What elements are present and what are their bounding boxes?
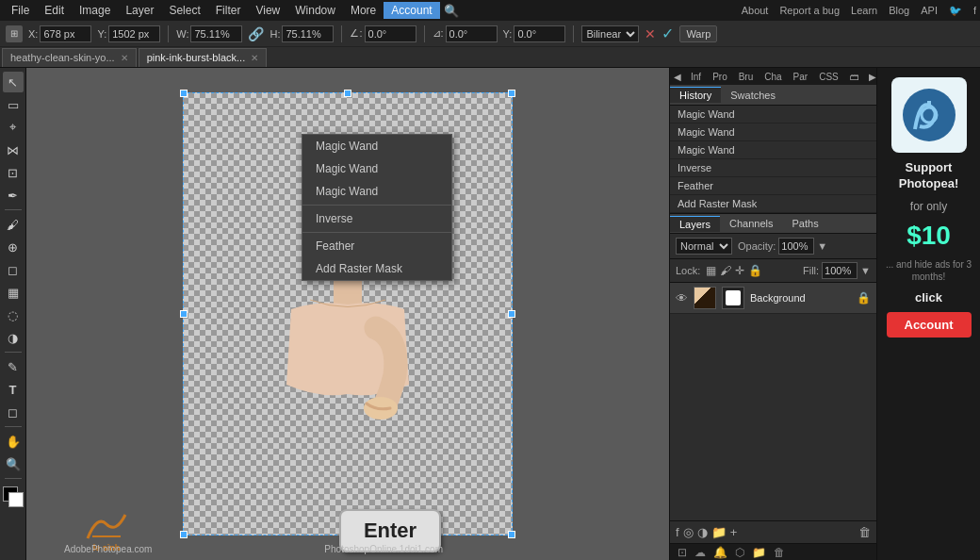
rp-mini-css[interactable]: CSS (813, 68, 844, 85)
layer-adjustment-icon[interactable]: ◑ (697, 525, 708, 539)
history-item-1[interactable]: Magic Wand (670, 124, 876, 141)
rp-mini-char[interactable]: Cha (759, 68, 787, 85)
rot-input[interactable] (365, 25, 416, 42)
bb-icon-1[interactable]: ⊡ (678, 546, 687, 559)
lock-paint-icon[interactable]: 🖌 (720, 264, 731, 277)
tab-channels[interactable]: Channels (720, 216, 782, 231)
layer-group-icon[interactable]: 📁 (711, 525, 727, 539)
tool-hand[interactable]: ✋ (3, 431, 24, 452)
ctx-magic-wand-1[interactable]: Magic Wand (302, 135, 451, 157)
h-input[interactable] (282, 25, 334, 42)
tool-move[interactable]: ↖ (3, 72, 24, 92)
tool-eyedropper[interactable]: ✒ (3, 185, 24, 206)
menu-edit[interactable]: Edit (37, 2, 72, 19)
ctx-magic-wand-3[interactable]: Magic Wand (302, 180, 451, 203)
tool-dodge[interactable]: ◑ (3, 327, 24, 348)
history-item-2[interactable]: Magic Wand (670, 141, 876, 159)
fill-arrow[interactable]: ▼ (860, 265, 871, 276)
lock-position-icon[interactable]: ✛ (735, 264, 744, 277)
color-fg[interactable] (3, 486, 24, 507)
history-item-0[interactable]: Magic Wand (670, 106, 876, 124)
tool-gradient[interactable]: ▦ (3, 282, 24, 303)
rp-mini-brushes[interactable]: Bru (733, 68, 760, 85)
rp-mini-props[interactable]: Pro (707, 68, 733, 85)
history-item-3[interactable]: Inverse (670, 159, 876, 177)
layer-mask-icon[interactable]: ◎ (683, 525, 694, 539)
layer-visibility-icon[interactable]: 👁 (676, 291, 688, 305)
tool-blur[interactable]: ◌ (3, 305, 24, 325)
y-input[interactable] (108, 25, 160, 42)
canvas-area[interactable]: le sinh Enter AdobePhotopea.com Photosho… (26, 68, 669, 560)
menu-view[interactable]: View (248, 2, 287, 19)
menu-filter[interactable]: Filter (208, 2, 249, 19)
fill-input[interactable] (822, 262, 858, 279)
hskew-input[interactable] (446, 25, 498, 42)
tool-magic-wand[interactable]: ⋈ (3, 140, 24, 160)
layer-new-icon[interactable]: + (730, 525, 738, 539)
bb-icon-6[interactable]: 🗑 (774, 546, 785, 559)
rp-arrow-left[interactable]: ◀ (670, 72, 685, 82)
bb-icon-2[interactable]: ☁ (694, 546, 706, 559)
tab-1[interactable]: pink-ink-burst-black... ✕ (139, 48, 268, 67)
menu-more[interactable]: More (343, 2, 384, 19)
tab-paths[interactable]: Paths (783, 216, 828, 231)
ctx-add-raster-mask[interactable]: Add Raster Mask (302, 257, 451, 280)
tool-stamp[interactable]: ⊕ (3, 237, 24, 257)
learn-link[interactable]: Learn (851, 5, 877, 16)
social-fb-icon[interactable]: f (973, 5, 976, 16)
bb-icon-4[interactable]: ⬡ (735, 546, 744, 559)
tool-lasso[interactable]: ⌖ (3, 117, 24, 138)
tool-eraser[interactable]: ◻ (3, 259, 24, 280)
layer-item-background[interactable]: 👁 Background 🔒 (670, 283, 876, 314)
tab-history[interactable]: History (670, 87, 721, 103)
confirm-transform-icon[interactable]: ✓ (662, 25, 674, 42)
ctx-inverse[interactable]: Inverse (302, 207, 451, 230)
report-bug-link[interactable]: Report a bug (779, 5, 840, 16)
bb-icon-3[interactable]: 🔔 (713, 546, 727, 559)
tool-shape[interactable]: ◻ (3, 402, 24, 422)
menu-image[interactable]: Image (72, 2, 118, 19)
cancel-transform-icon[interactable]: ✕ (645, 26, 656, 41)
tool-pen[interactable]: ✎ (3, 356, 24, 377)
tool-marquee[interactable]: ▭ (3, 94, 24, 115)
tab-1-close[interactable]: ✕ (251, 53, 258, 63)
ctx-feather[interactable]: Feather (302, 235, 451, 257)
layer-delete-icon[interactable]: 🗑 (858, 525, 871, 539)
about-link[interactable]: About (742, 5, 769, 16)
lock-all-icon[interactable]: 🔒 (748, 264, 762, 277)
rp-mini-info[interactable]: Inf (685, 68, 707, 85)
tab-swatches[interactable]: Swatches (721, 88, 785, 103)
interpolation-select[interactable]: Bilinear Nearest Bicubic (581, 25, 639, 42)
ad-account-button[interactable]: Account (887, 312, 972, 338)
search-icon[interactable]: 🔍 (444, 4, 459, 18)
bb-icon-5[interactable]: 📁 (752, 546, 766, 559)
tab-0[interactable]: heathy-clean-skin-yo... ✕ (2, 48, 137, 67)
opacity-arrow[interactable]: ▼ (817, 240, 827, 252)
ctx-magic-wand-2[interactable]: Magic Wand (302, 157, 451, 180)
history-item-5[interactable]: Add Raster Mask (670, 195, 876, 213)
tab-layers[interactable]: Layers (670, 216, 720, 232)
tool-brush[interactable]: 🖌 (3, 214, 24, 235)
w-input[interactable] (190, 25, 242, 42)
social-icon[interactable]: 🐦 (949, 5, 962, 17)
blog-link[interactable]: Blog (889, 5, 909, 16)
menu-select[interactable]: Select (161, 2, 207, 19)
tab-0-close[interactable]: ✕ (121, 53, 128, 63)
warp-button[interactable]: Warp (679, 25, 717, 42)
lock-transparency-icon[interactable]: ▦ (706, 264, 716, 277)
tool-zoom[interactable]: 🔍 (3, 453, 24, 474)
opacity-input[interactable] (778, 238, 814, 255)
menu-account[interactable]: Account (384, 2, 439, 19)
api-link[interactable]: API (921, 5, 938, 16)
layer-add-style-icon[interactable]: f (676, 525, 679, 539)
menu-window[interactable]: Window (287, 2, 343, 19)
tool-text[interactable]: T (3, 379, 24, 400)
rp-mini-para[interactable]: Par (788, 68, 814, 85)
blend-mode-select[interactable]: Normal Multiply Screen (676, 238, 732, 255)
x-input[interactable] (40, 25, 91, 42)
rp-mini-hist-icon[interactable]: 🗃 (844, 68, 865, 85)
link-proportions-icon[interactable]: 🔗 (248, 26, 264, 41)
tool-crop[interactable]: ⊡ (3, 162, 24, 183)
vskew-input[interactable] (514, 25, 565, 42)
menu-layer[interactable]: Layer (118, 2, 161, 19)
